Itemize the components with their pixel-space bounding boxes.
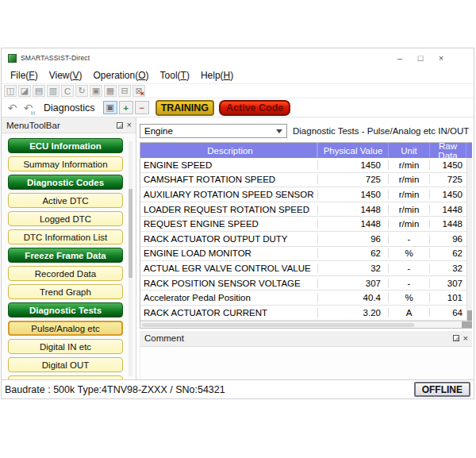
cell-raw: 62 (430, 248, 466, 258)
content-panel: Engine Diagnostic Tests - Pulse/Analog e… (136, 117, 474, 379)
expand-pane-button[interactable]: + (119, 101, 133, 114)
column-header-description: Description (140, 143, 317, 158)
sidebar-item-diagnostic-tests[interactable]: Diagnostic Tests (8, 302, 123, 318)
minimize-button[interactable]: – (390, 51, 410, 65)
cell-desc: AUXILIARY ROTATION SPEED SENSOR (140, 190, 317, 199)
table-row[interactable]: REQUEST ENGINE SPEED1448r/min1448 (140, 217, 472, 232)
dock-pin-icon[interactable] (117, 122, 123, 129)
vertical-scrollbar[interactable] (466, 158, 472, 321)
sidebar-item-freeze-frame-data[interactable]: Freeze Frame Data (8, 248, 123, 263)
comment-panel: Comment × (140, 331, 472, 379)
dock-pin-icon[interactable] (453, 335, 459, 341)
cell-raw: 1450 (430, 190, 466, 199)
export-data-icon[interactable]: ▥ (47, 85, 60, 97)
cell-desc: ENGINE LOAD MONITOR (140, 248, 317, 258)
sidebar-item-ecu-information[interactable]: ECU Information (8, 138, 123, 153)
sidebar-scrollbar[interactable] (129, 141, 132, 376)
copy-screen-icon[interactable]: ◫ (4, 85, 17, 97)
ecu-select-value: Engine (144, 126, 173, 136)
training-badge[interactable]: TRAINING (155, 100, 214, 116)
table-row[interactable]: AUXILIARY ROTATION SPEED SENSOR1450r/min… (140, 187, 472, 202)
sidebar-item-list: ECU InformationSummay InformationDiagnos… (2, 133, 136, 379)
nav-back-icons: ↶↶H (5, 101, 36, 115)
mode-title: Diagnostics (44, 102, 95, 114)
cell-raw: 1450 (430, 160, 466, 170)
column-header-physical-value: Physical Value (317, 143, 389, 158)
table-row[interactable]: ACTUAL EGR VALVE CONTROL VALUE32-32 (140, 261, 472, 276)
collapse-pane-button[interactable]: − (135, 101, 149, 114)
offline-status-button[interactable]: OFFLINE (414, 382, 470, 397)
close-icon[interactable]: × (127, 121, 132, 129)
connect-icon[interactable]: ⊟ (118, 85, 131, 97)
disconnect-icon[interactable]: ⊠× (132, 85, 145, 97)
menu-item-tool[interactable]: Tool(T) (155, 70, 195, 81)
table-row[interactable]: RACK POSITION SENSOR VOLTAGE307-307 (140, 276, 472, 291)
cell-raw: 32 (430, 264, 466, 273)
app-icon (8, 54, 17, 63)
sidebar-item-digital-in-etc[interactable]: Digital IN etc (8, 339, 123, 354)
cell-phys: 62 (317, 248, 389, 258)
cell-unit: r/min (389, 205, 430, 214)
cell-unit: r/min (389, 219, 430, 229)
column-header-raw-data: Raw Data (430, 143, 466, 158)
table-row[interactable]: Accelerator Pedal Position40.4%101 (140, 291, 472, 306)
chevron-down-icon (276, 129, 282, 133)
save-report-icon[interactable]: ▤ (33, 85, 45, 97)
menu-item-operation[interactable]: Operation(O) (88, 70, 155, 81)
table-row[interactable]: CAMSHAFT ROTATION SPEED725r/min725 (140, 173, 472, 188)
sidebar-item-active-dtc[interactable]: Active DTC (8, 193, 123, 208)
sidebar-item-trend-graph[interactable]: Trend Graph (8, 284, 123, 299)
menu-item-view[interactable]: View(V) (44, 70, 88, 81)
cell-phys: 96 (317, 234, 389, 244)
comment-body (140, 347, 472, 379)
menu-toolbar-title: MenuToolBar (6, 121, 60, 130)
vertical-scrollbar-thumb[interactable] (467, 310, 472, 321)
status-bar: Baudrate : 500k Type:4TNV98-ZXXX / SNo:5… (2, 379, 474, 398)
horizontal-scrollbar-thumb[interactable] (142, 323, 414, 327)
cell-unit: r/min (389, 160, 430, 170)
content-header-row: Engine Diagnostic Tests - Pulse/Analog e… (140, 122, 472, 140)
sidebar-scrollbar-thumb[interactable] (129, 189, 132, 278)
table-header-row: DescriptionPhysical ValueUnitRaw Data (140, 143, 472, 158)
cascade-windows-button[interactable]: ▣ (103, 101, 117, 114)
rotate-icon[interactable]: C (61, 85, 74, 97)
sidebar-item-summay-information[interactable]: Summay Information (8, 156, 123, 171)
undo-icon[interactable]: ↶ (5, 101, 20, 115)
table-row[interactable]: LOADER REQUEST ROTATION SPEED1448r/min14… (140, 202, 472, 217)
sidebar-item-pulse-analog-etc[interactable]: Pulse/Analog etc (8, 321, 123, 336)
menu-item-help[interactable]: Help(H) (195, 70, 239, 81)
toolbar: ◫◪▤▥C↻▣▦⊟⊠× (2, 84, 474, 98)
new-window-icon[interactable]: ◪ (18, 85, 31, 97)
sidebar-item-logged-dtc[interactable]: Logged DTC (8, 211, 123, 226)
maximize-button[interactable]: □ (410, 51, 431, 65)
undo-history-icon[interactable]: ↶H (21, 101, 36, 115)
close-icon[interactable]: × (463, 334, 468, 343)
grid-view-icon[interactable]: ▦ (104, 85, 117, 97)
table-row[interactable]: RACK ACTUATOR CURRENT3.20A64 (140, 306, 472, 321)
table-row[interactable]: ENGINE SPEED1450r/min1450 (140, 158, 472, 173)
ecu-select[interactable]: Engine (140, 124, 287, 138)
table-row[interactable]: RACK ACTUATOR OUTPUT DUTY96-96 (140, 232, 472, 247)
table-row[interactable]: ENGINE LOAD MONITOR62%62 (140, 247, 472, 262)
menu-toolbar-header: MenuToolBar × (2, 117, 136, 133)
active-code-badge[interactable]: Active Code (219, 100, 290, 116)
sidebar-item-dtc-information-list[interactable]: DTC Information List (8, 229, 123, 244)
table-body: ENGINE SPEED1450r/min1450CAMSHAFT ROTATI… (140, 158, 472, 321)
navigation-bar: ↶↶H Diagnostics ▣+− TRAINING Active Code (2, 98, 474, 117)
cell-unit: r/min (389, 175, 430, 184)
refresh-icon[interactable]: ↻ (75, 85, 88, 97)
comment-panel-header: Comment × (140, 331, 472, 347)
menu-item-file[interactable]: File(F) (5, 70, 44, 81)
menu-bar: File(F)View(V)Operation(O)Tool(T)Help(H) (2, 67, 474, 84)
menu-toolbar-panel: MenuToolBar × ECU InformationSummay Info… (2, 117, 136, 379)
main-area: MenuToolBar × ECU InformationSummay Info… (2, 117, 474, 379)
sidebar-item-diagnostic-codes[interactable]: Diagnostic Codes (8, 175, 123, 190)
close-button[interactable]: × (431, 51, 451, 65)
sidebar-item-partial[interactable] (8, 375, 123, 379)
cell-unit: r/min (389, 190, 430, 199)
sidebar-item-recorded-data[interactable]: Recorded Data (8, 266, 123, 281)
record-stop-icon[interactable]: ▣ (90, 85, 102, 97)
sidebar-item-digital-out[interactable]: Digital OUT (8, 357, 123, 372)
cell-unit: % (389, 248, 430, 258)
horizontal-scrollbar[interactable] (140, 321, 472, 328)
